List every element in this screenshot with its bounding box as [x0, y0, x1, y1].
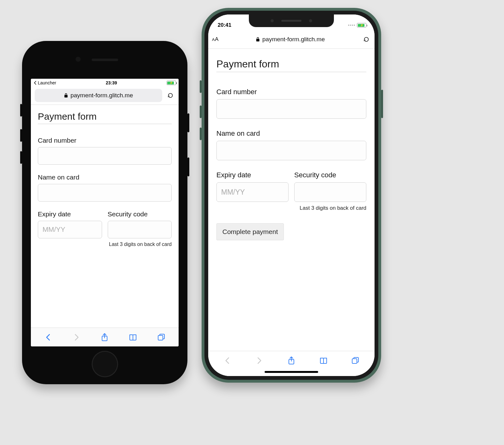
safari-url-bar: AA payment-form.glitch.me: [208, 31, 375, 49]
bookmarks-button[interactable]: [317, 354, 330, 368]
battery-icon: ⚡: [167, 81, 176, 85]
bookmarks-button[interactable]: [126, 330, 140, 344]
lock-icon: [64, 93, 68, 98]
name-on-card-label: Name on card: [216, 129, 366, 138]
lock-icon: [256, 37, 260, 42]
tabs-button[interactable]: [348, 354, 362, 368]
forward-button[interactable]: [252, 354, 266, 368]
earpiece-speaker-icon: [92, 59, 118, 61]
signal-icon: [348, 25, 355, 26]
text-size-button[interactable]: AA: [212, 36, 219, 43]
url-domain: payment-form.glitch.me: [71, 92, 133, 99]
svg-rect-2: [158, 335, 163, 340]
screen: 20:41 ⚡ A: [208, 14, 375, 376]
security-code-input[interactable]: [108, 221, 172, 238]
name-on-card-label: Name on card: [38, 174, 172, 181]
iphone-11-device: 20:41 ⚡ A: [202, 8, 381, 383]
expiry-date-input[interactable]: [216, 182, 289, 202]
svg-rect-0: [64, 95, 67, 98]
security-code-hint: Last 3 digits on back of card: [294, 205, 366, 211]
status-bar: Launcher 23:39 ⚡: [31, 79, 179, 87]
security-code-input[interactable]: [294, 182, 366, 202]
safari-url-bar: payment-form.glitch.me: [31, 87, 179, 105]
screen: Launcher 23:39 ⚡: [31, 79, 179, 346]
expiry-date-label: Expiry date: [38, 210, 102, 218]
status-time: 23:39: [106, 80, 117, 85]
forward-button[interactable]: [70, 330, 83, 344]
status-time: 20:41: [218, 22, 231, 28]
page-title: Payment form: [38, 111, 172, 124]
name-on-card-input[interactable]: [216, 141, 366, 160]
back-to-app-button[interactable]: Launcher: [33, 80, 56, 85]
sensor-icon: [309, 19, 312, 22]
security-code-hint: Last 3 digits on back of card: [108, 242, 172, 247]
card-number-input[interactable]: [38, 147, 172, 165]
reload-button[interactable]: [166, 91, 175, 100]
security-code-label: Security code: [108, 210, 172, 218]
expiry-date-input[interactable]: [38, 221, 102, 238]
url-field[interactable]: payment-form.glitch.me: [222, 33, 358, 46]
security-code-label: Security code: [294, 171, 366, 179]
front-camera-icon: [76, 57, 81, 62]
back-button[interactable]: [41, 330, 55, 344]
page-content: Payment form Card number Name on card Ex…: [31, 105, 179, 328]
card-number-label: Card number: [38, 137, 172, 144]
home-indicator[interactable]: [265, 371, 318, 373]
tabs-button[interactable]: [154, 330, 168, 344]
svg-rect-5: [352, 359, 357, 363]
safari-toolbar: [31, 328, 179, 346]
reload-button[interactable]: [362, 35, 371, 44]
page-title: Payment form: [216, 58, 366, 72]
share-button[interactable]: [284, 354, 298, 368]
card-number-input[interactable]: [216, 99, 366, 119]
back-button[interactable]: [220, 354, 234, 368]
url-field[interactable]: payment-form.glitch.me: [35, 89, 162, 102]
share-button[interactable]: [98, 330, 112, 344]
home-button[interactable]: [92, 351, 118, 377]
back-to-app-label: Launcher: [38, 80, 56, 85]
battery-icon: ⚡: [357, 23, 366, 27]
url-domain: payment-form.glitch.me: [262, 36, 325, 43]
expiry-date-label: Expiry date: [216, 171, 289, 179]
svg-rect-3: [256, 39, 259, 42]
name-on-card-input[interactable]: [38, 184, 172, 202]
notch: [249, 14, 334, 27]
earpiece-speaker-icon: [281, 20, 301, 22]
iphone-8-device: Launcher 23:39 ⚡: [22, 41, 187, 384]
front-camera-icon: [271, 19, 274, 22]
page-content: Payment form Card number Name on card Ex…: [208, 49, 375, 351]
complete-payment-button[interactable]: Complete payment: [216, 223, 284, 240]
card-number-label: Card number: [216, 88, 366, 96]
